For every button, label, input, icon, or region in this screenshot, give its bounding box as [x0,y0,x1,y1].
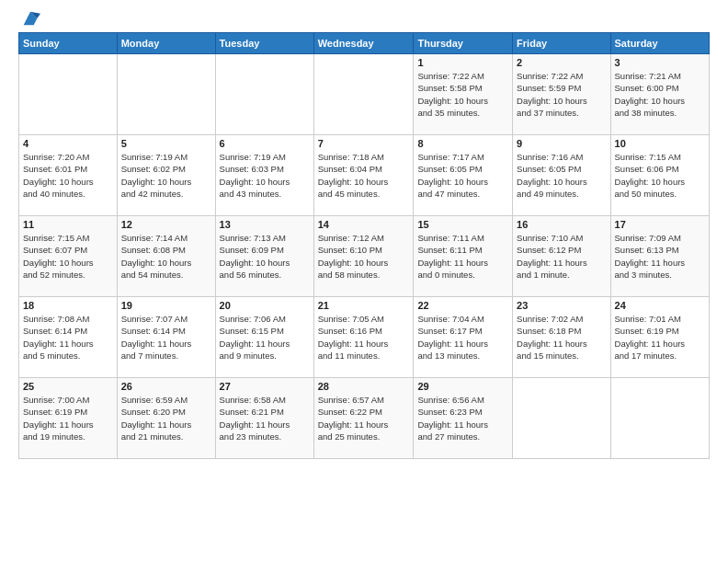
day-cell: 27Sunrise: 6:58 AM Sunset: 6:21 PM Dayli… [215,378,313,459]
week-row-1: 4Sunrise: 7:20 AM Sunset: 6:01 PM Daylig… [19,135,710,216]
day-number: 7 [318,138,410,149]
day-info: Sunrise: 7:08 AM Sunset: 6:14 PM Dayligh… [23,313,113,362]
day-number: 15 [417,219,508,230]
header [18,14,710,29]
day-cell: 21Sunrise: 7:05 AM Sunset: 6:16 PM Dayli… [313,297,414,378]
day-info: Sunrise: 7:15 AM Sunset: 6:07 PM Dayligh… [23,232,113,281]
day-info: Sunrise: 7:20 AM Sunset: 6:01 PM Dayligh… [23,151,113,200]
logo-icon [20,8,40,29]
day-cell: 25Sunrise: 7:00 AM Sunset: 6:19 PM Dayli… [19,378,118,459]
day-info: Sunrise: 7:06 AM Sunset: 6:15 PM Dayligh… [220,313,310,362]
day-number: 9 [517,138,606,149]
day-cell: 12Sunrise: 7:14 AM Sunset: 6:08 PM Dayli… [117,216,215,297]
day-cell: 2Sunrise: 7:22 AM Sunset: 5:59 PM Daylig… [513,54,610,135]
day-info: Sunrise: 7:01 AM Sunset: 6:19 PM Dayligh… [615,313,705,362]
day-number: 1 [417,57,508,68]
day-info: Sunrise: 7:11 AM Sunset: 6:11 PM Dayligh… [417,232,508,281]
day-info: Sunrise: 7:07 AM Sunset: 6:14 PM Dayligh… [121,313,211,362]
day-info: Sunrise: 7:17 AM Sunset: 6:05 PM Dayligh… [417,151,508,200]
day-cell: 11Sunrise: 7:15 AM Sunset: 6:07 PM Dayli… [19,216,118,297]
day-info: Sunrise: 7:22 AM Sunset: 5:58 PM Dayligh… [417,70,508,119]
weekday-header-sunday: Sunday [19,33,118,54]
day-cell [215,54,313,135]
day-cell: 7Sunrise: 7:18 AM Sunset: 6:04 PM Daylig… [313,135,414,216]
day-number: 25 [23,381,113,392]
day-info: Sunrise: 6:56 AM Sunset: 6:23 PM Dayligh… [417,394,508,442]
day-info: Sunrise: 7:19 AM Sunset: 6:03 PM Dayligh… [220,151,310,200]
day-cell: 24Sunrise: 7:01 AM Sunset: 6:19 PM Dayli… [610,297,709,378]
weekday-header-monday: Monday [117,33,215,54]
day-number: 24 [615,300,705,311]
day-cell: 6Sunrise: 7:19 AM Sunset: 6:03 PM Daylig… [215,135,313,216]
day-number: 8 [417,138,508,149]
weekday-header-saturday: Saturday [610,33,709,54]
day-cell: 5Sunrise: 7:19 AM Sunset: 6:02 PM Daylig… [117,135,215,216]
day-number: 12 [121,219,211,230]
weekday-header-wednesday: Wednesday [313,33,414,54]
day-cell: 26Sunrise: 6:59 AM Sunset: 6:20 PM Dayli… [117,378,215,459]
page: SundayMondayTuesdayWednesdayThursdayFrid… [0,0,728,468]
day-number: 11 [23,219,113,230]
day-cell: 13Sunrise: 7:13 AM Sunset: 6:09 PM Dayli… [215,216,313,297]
day-number: 27 [220,381,310,392]
day-cell [313,54,414,135]
day-number: 16 [517,219,606,230]
day-cell: 23Sunrise: 7:02 AM Sunset: 6:18 PM Dayli… [513,297,610,378]
day-info: Sunrise: 7:18 AM Sunset: 6:04 PM Dayligh… [318,151,410,200]
day-info: Sunrise: 7:21 AM Sunset: 6:00 PM Dayligh… [615,70,705,119]
day-cell: 14Sunrise: 7:12 AM Sunset: 6:10 PM Dayli… [313,216,414,297]
day-info: Sunrise: 7:16 AM Sunset: 6:05 PM Dayligh… [517,151,606,200]
day-number: 23 [517,300,606,311]
day-info: Sunrise: 7:13 AM Sunset: 6:09 PM Dayligh… [220,232,310,281]
day-number: 5 [121,138,211,149]
weekday-header-thursday: Thursday [414,33,513,54]
day-number: 6 [220,138,310,149]
day-number: 10 [615,138,705,149]
day-cell: 9Sunrise: 7:16 AM Sunset: 6:05 PM Daylig… [513,135,610,216]
day-number: 17 [615,219,705,230]
day-cell [19,54,118,135]
day-cell: 22Sunrise: 7:04 AM Sunset: 6:17 PM Dayli… [414,297,513,378]
day-info: Sunrise: 7:12 AM Sunset: 6:10 PM Dayligh… [318,232,410,281]
day-cell: 17Sunrise: 7:09 AM Sunset: 6:13 PM Dayli… [610,216,709,297]
week-row-2: 11Sunrise: 7:15 AM Sunset: 6:07 PM Dayli… [19,216,710,297]
logo [18,17,40,29]
weekday-header-row: SundayMondayTuesdayWednesdayThursdayFrid… [19,33,710,54]
day-cell: 16Sunrise: 7:10 AM Sunset: 6:12 PM Dayli… [513,216,610,297]
day-number: 13 [220,219,310,230]
day-cell: 18Sunrise: 7:08 AM Sunset: 6:14 PM Dayli… [19,297,118,378]
day-number: 20 [220,300,310,311]
week-row-3: 18Sunrise: 7:08 AM Sunset: 6:14 PM Dayli… [19,297,710,378]
day-info: Sunrise: 6:57 AM Sunset: 6:22 PM Dayligh… [318,394,410,442]
day-number: 3 [615,57,705,68]
day-cell: 20Sunrise: 7:06 AM Sunset: 6:15 PM Dayli… [215,297,313,378]
day-info: Sunrise: 7:15 AM Sunset: 6:06 PM Dayligh… [615,151,705,200]
day-info: Sunrise: 7:14 AM Sunset: 6:08 PM Dayligh… [121,232,211,281]
day-number: 29 [417,381,508,392]
day-info: Sunrise: 6:58 AM Sunset: 6:21 PM Dayligh… [220,394,310,442]
day-info: Sunrise: 7:09 AM Sunset: 6:13 PM Dayligh… [615,232,705,281]
day-info: Sunrise: 7:05 AM Sunset: 6:16 PM Dayligh… [318,313,410,362]
day-info: Sunrise: 7:22 AM Sunset: 5:59 PM Dayligh… [517,70,606,119]
day-cell: 4Sunrise: 7:20 AM Sunset: 6:01 PM Daylig… [19,135,118,216]
day-cell: 10Sunrise: 7:15 AM Sunset: 6:06 PM Dayli… [610,135,709,216]
day-cell: 8Sunrise: 7:17 AM Sunset: 6:05 PM Daylig… [414,135,513,216]
day-number: 21 [318,300,410,311]
weekday-header-tuesday: Tuesday [215,33,313,54]
day-cell [610,378,709,459]
week-row-0: 1Sunrise: 7:22 AM Sunset: 5:58 PM Daylig… [19,54,710,135]
day-number: 26 [121,381,211,392]
weekday-header-friday: Friday [513,33,610,54]
day-info: Sunrise: 7:10 AM Sunset: 6:12 PM Dayligh… [517,232,606,281]
day-info: Sunrise: 7:02 AM Sunset: 6:18 PM Dayligh… [517,313,606,362]
day-info: Sunrise: 7:19 AM Sunset: 6:02 PM Dayligh… [121,151,211,200]
day-cell: 1Sunrise: 7:22 AM Sunset: 5:58 PM Daylig… [414,54,513,135]
day-cell: 28Sunrise: 6:57 AM Sunset: 6:22 PM Dayli… [313,378,414,459]
day-number: 22 [417,300,508,311]
week-row-4: 25Sunrise: 7:00 AM Sunset: 6:19 PM Dayli… [19,378,710,459]
day-info: Sunrise: 6:59 AM Sunset: 6:20 PM Dayligh… [121,394,211,442]
day-number: 28 [318,381,410,392]
day-cell [117,54,215,135]
day-number: 18 [23,300,113,311]
day-number: 19 [121,300,211,311]
